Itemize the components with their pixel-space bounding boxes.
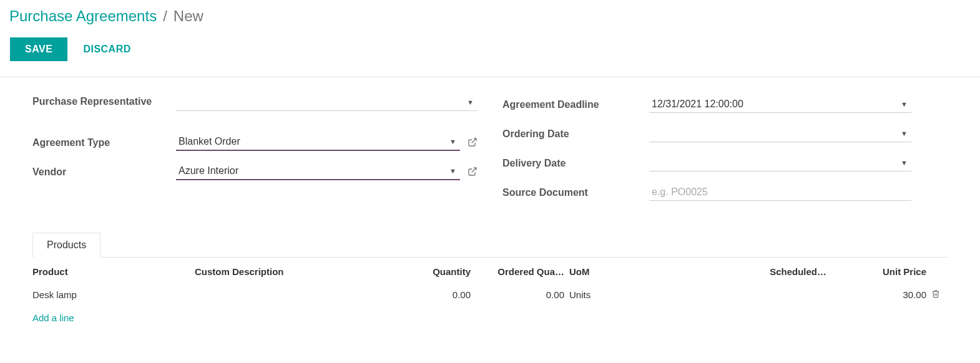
- discard-button[interactable]: DISCARD: [83, 37, 130, 61]
- col-scheduled: Scheduled…: [732, 258, 831, 283]
- breadcrumb-root-link[interactable]: Purchase Agreements: [9, 7, 157, 25]
- add-line-button[interactable]: Add a line: [32, 312, 74, 323]
- source-doc-label: Source Document: [502, 185, 649, 200]
- cell-ordered-qty[interactable]: 0.00: [476, 283, 569, 306]
- col-quantity: Quantity: [382, 258, 476, 283]
- chevron-down-icon[interactable]: ▼: [901, 130, 908, 137]
- ordering-date-input[interactable]: ▼: [649, 125, 911, 142]
- external-link-icon[interactable]: [468, 167, 478, 177]
- trash-icon[interactable]: [931, 289, 940, 298]
- col-uom: UoM: [569, 258, 732, 283]
- chevron-down-icon[interactable]: ▼: [901, 159, 908, 167]
- save-button[interactable]: SAVE: [10, 37, 67, 61]
- col-product: Product: [32, 258, 195, 283]
- deadline-label: Agreement Deadline: [502, 97, 649, 112]
- chevron-down-icon[interactable]: ▼: [901, 100, 908, 108]
- deadline-value: 12/31/2021 12:00:00: [652, 99, 743, 110]
- cell-uom[interactable]: Units: [569, 283, 732, 306]
- deadline-input[interactable]: 12/31/2021 12:00:00 ▼: [649, 95, 911, 113]
- col-ordered-qty: Ordered Qua…: [476, 258, 569, 283]
- field-purchase-rep: Purchase Representative ▼: [32, 94, 478, 123]
- breadcrumb-current: New: [174, 7, 203, 25]
- cell-scheduled[interactable]: [732, 283, 831, 306]
- purchase-rep-label: Purchase Representative: [32, 94, 176, 109]
- tabs: Products Pro: [32, 233, 948, 329]
- cell-quantity[interactable]: 0.00: [382, 283, 476, 306]
- field-agreement-type: Agreement Type Blanket Order ▼: [32, 132, 478, 153]
- chevron-down-icon[interactable]: ▼: [449, 167, 456, 175]
- field-vendor: Vendor Azure Interior ▼: [32, 161, 478, 182]
- purchase-rep-input[interactable]: ▼: [176, 94, 478, 111]
- chevron-down-icon[interactable]: ▼: [449, 138, 456, 145]
- col-custom-desc: Custom Description: [195, 258, 382, 283]
- breadcrumb-sep: /: [163, 7, 167, 25]
- tab-products[interactable]: Products: [32, 233, 100, 258]
- agreement-type-value: Blanket Order: [179, 136, 446, 147]
- cell-custom-desc[interactable]: [195, 283, 382, 306]
- delivery-date-label: Delivery Date: [502, 155, 649, 170]
- field-deadline: Agreement Deadline 12/31/2021 12:00:00 ▼: [502, 94, 948, 115]
- col-unit-price: Unit Price: [831, 258, 931, 283]
- products-table: Product Custom Description Quantity Orde…: [32, 258, 948, 329]
- source-doc-input[interactable]: [652, 186, 911, 198]
- cell-unit-price[interactable]: 30.00: [831, 283, 931, 306]
- vendor-value: Azure Interior: [179, 165, 446, 177]
- source-doc-input-wrap: [649, 183, 911, 201]
- external-link-icon[interactable]: [468, 137, 478, 147]
- action-bar: SAVE DISCARD: [9, 37, 980, 61]
- chevron-down-icon[interactable]: ▼: [467, 99, 474, 106]
- field-source-doc: Source Document: [502, 182, 948, 203]
- field-delivery-date: Delivery Date ▼: [502, 152, 948, 173]
- table-row[interactable]: Desk lamp 0.00 0.00 Units 30.00: [32, 283, 948, 306]
- breadcrumb: Purchase Agreements / New: [9, 7, 980, 25]
- agreement-type-input[interactable]: Blanket Order ▼: [176, 133, 460, 151]
- ordering-date-label: Ordering Date: [502, 126, 649, 141]
- svg-line-1: [472, 168, 476, 172]
- table-add-row: Add a line: [32, 306, 948, 329]
- table-header-row: Product Custom Description Quantity Orde…: [32, 258, 948, 283]
- vendor-label: Vendor: [32, 164, 176, 179]
- svg-line-0: [472, 138, 476, 143]
- field-ordering-date: Ordering Date ▼: [502, 123, 948, 144]
- cell-product[interactable]: Desk lamp: [32, 283, 195, 306]
- form-sheet: Purchase Representative ▼ Agreement Type…: [0, 77, 980, 342]
- agreement-type-label: Agreement Type: [32, 135, 176, 150]
- vendor-input[interactable]: Azure Interior ▼: [176, 163, 460, 180]
- delivery-date-input[interactable]: ▼: [649, 154, 911, 172]
